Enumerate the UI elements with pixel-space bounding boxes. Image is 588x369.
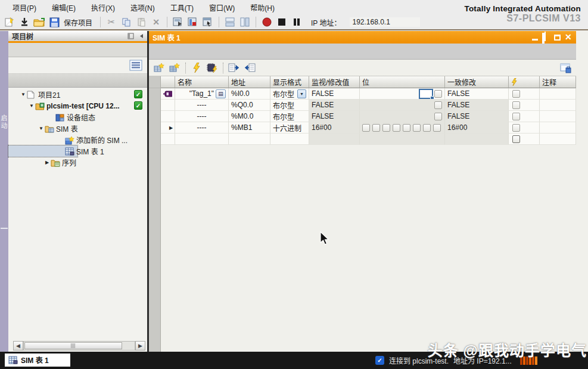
maximize-icon[interactable]	[554, 35, 561, 41]
tree-item-sequences[interactable]: ▶ 序列	[8, 157, 147, 168]
menu-help[interactable]: 帮助(H)	[242, 1, 282, 14]
copy-icon[interactable]	[120, 16, 133, 28]
add-row-icon[interactable]	[168, 62, 181, 74]
bit-checkbox[interactable]	[362, 124, 370, 132]
tag-name-cell[interactable]	[175, 134, 229, 145]
format-dropdown-icon[interactable]: ▼	[297, 89, 306, 98]
consistent-cell[interactable]: FALSE	[445, 111, 509, 122]
consistent-cell[interactable]: FALSE	[445, 88, 509, 100]
monitor-value-cell[interactable]: FALSE	[309, 111, 360, 122]
expand-arrow-icon[interactable]: ▼	[29, 103, 35, 108]
comment-cell[interactable]	[540, 111, 576, 122]
stop-button[interactable]	[275, 16, 288, 28]
auto-collapse-icon[interactable]	[127, 33, 134, 40]
collapse-panel-icon[interactable]	[138, 33, 145, 40]
tag-name-cell[interactable]: ----	[175, 122, 229, 134]
comment-cell[interactable]	[540, 88, 576, 100]
menu-tools[interactable]: 工具(T)	[163, 1, 201, 14]
save-icon[interactable]	[48, 16, 61, 28]
format-cell[interactable]: 布尔型 ▼	[270, 88, 309, 100]
format-cell[interactable]: 十六进制	[270, 122, 309, 134]
monitor-value-cell[interactable]	[309, 134, 360, 145]
bits-cell[interactable]	[360, 100, 445, 111]
modify-enable-checkbox[interactable]	[512, 101, 520, 109]
comment-cell[interactable]	[540, 122, 576, 134]
column-address[interactable]: 地址	[229, 76, 270, 88]
format-cell[interactable]	[270, 134, 309, 145]
format-cell[interactable]: 布尔型	[270, 100, 309, 111]
table-row[interactable]: ▶ ---- %MB1 十六进制 16#00 16#00	[149, 122, 576, 134]
scroll-right-icon[interactable]: ▶	[135, 341, 145, 351]
startup-vertical-tab[interactable]: 启动	[0, 114, 8, 130]
bit-checkbox[interactable]	[434, 90, 442, 98]
bits-cell[interactable]	[360, 88, 445, 100]
menu-execute[interactable]: 执行(X)	[83, 1, 123, 14]
consistent-cell[interactable]	[445, 134, 509, 145]
bit-checkbox[interactable]	[382, 124, 390, 132]
split-vertical-icon[interactable]	[238, 16, 251, 28]
menu-window[interactable]: 窗口(W)	[201, 1, 242, 14]
column-value[interactable]: 监视/修改值	[309, 76, 360, 88]
column-format[interactable]: 显示格式	[270, 76, 309, 88]
tag-select-button[interactable]: ▤	[216, 89, 226, 98]
table-row[interactable]: ---- %M0.0 布尔型 FALSE FALSE	[149, 111, 576, 122]
minimize-icon[interactable]	[532, 35, 538, 41]
comment-cell[interactable]	[540, 100, 576, 111]
select-window-icon[interactable]	[201, 16, 214, 28]
tree-item-project[interactable]: ▼ 项目21 ✓	[8, 89, 147, 100]
scrollbar-thumb[interactable]	[24, 342, 122, 349]
modify-now-icon[interactable]	[190, 62, 203, 74]
menu-options[interactable]: 选项(N)	[123, 1, 163, 14]
menu-project[interactable]: 项目(P)	[5, 1, 44, 14]
bit-checkbox[interactable]	[423, 124, 431, 132]
bits-cell[interactable]	[360, 122, 445, 134]
address-cell[interactable]: %I0.0	[229, 88, 270, 100]
start-simulation-icon[interactable]	[172, 16, 185, 28]
address-cell[interactable]	[229, 134, 270, 145]
column-consistent[interactable]: 一致修改	[445, 76, 509, 88]
save-project-button[interactable]: 保存项目	[64, 17, 92, 27]
expand-arrow-icon[interactable]: ▶	[168, 125, 174, 131]
bit-checkbox[interactable]	[413, 124, 421, 132]
scrollbar-track[interactable]	[23, 341, 135, 351]
scroll-left-icon[interactable]: ◀	[13, 341, 23, 351]
expand-cell[interactable]: ▶	[161, 122, 175, 134]
expand-arrow-icon[interactable]: ▼	[38, 126, 44, 131]
write-values-icon[interactable]	[243, 62, 256, 74]
monitor-value-cell[interactable]: 16#00	[309, 122, 360, 134]
modify-enable-checkbox[interactable]	[512, 113, 520, 120]
menu-edit[interactable]: 编辑(E)	[44, 1, 83, 14]
modify-enable-checkbox[interactable]	[512, 90, 520, 98]
tree-item-add-sim-table[interactable]: 添加新的 SIM ...	[8, 134, 147, 145]
expand-arrow-icon[interactable]: ▶	[44, 160, 50, 165]
split-horizontal-icon[interactable]	[223, 16, 237, 28]
consistent-cell[interactable]: 16#00	[445, 122, 509, 134]
run-button[interactable]	[260, 16, 273, 28]
tree-horizontal-scrollbar[interactable]: ◀ ▶	[13, 340, 145, 351]
close-icon[interactable]: ✕	[565, 34, 573, 41]
delete-icon[interactable]: ✕	[150, 16, 163, 28]
download-icon[interactable]	[18, 16, 31, 28]
details-view-icon[interactable]	[129, 60, 142, 71]
expand-arrow-icon[interactable]: ▼	[20, 92, 26, 97]
column-bits[interactable]: 位	[360, 76, 445, 88]
bit-checkbox[interactable]	[434, 113, 442, 120]
tag-name-cell[interactable]: "Tag_1" ▤	[175, 88, 229, 100]
address-cell[interactable]: %MB1	[229, 122, 270, 134]
cut-icon[interactable]: ✂	[105, 16, 118, 28]
table-row-empty[interactable]	[149, 134, 576, 145]
column-modify-enable[interactable]	[509, 76, 540, 88]
bits-cell[interactable]	[360, 111, 445, 122]
bit-edit-cell[interactable]	[419, 89, 433, 99]
modify-enable-checkbox[interactable]	[512, 135, 520, 143]
modify-enable-checkbox[interactable]	[512, 124, 520, 132]
bit-checkbox[interactable]	[434, 101, 442, 109]
pause-button[interactable]	[290, 16, 303, 28]
tag-name-cell[interactable]: ----	[175, 111, 229, 122]
open-project-icon[interactable]	[33, 16, 46, 28]
column-comment[interactable]: 注释	[540, 76, 576, 88]
tree-item-plc[interactable]: ▼ plcsim-test [CPU 12... ✓	[8, 100, 147, 111]
tag-name-cell[interactable]: ----	[175, 100, 229, 111]
bit-checkbox[interactable]	[393, 124, 400, 132]
taskbar-tab-sim-table[interactable]: SIM 表 1	[5, 354, 70, 367]
